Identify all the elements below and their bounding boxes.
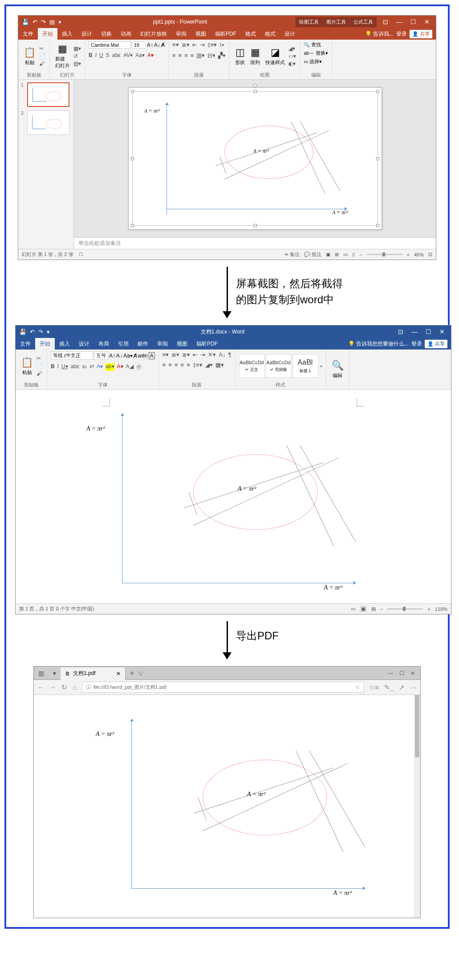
- zoom-in-icon[interactable]: +: [427, 606, 430, 612]
- bold-button[interactable]: B: [51, 363, 55, 371]
- tab-home[interactable]: 开始: [38, 28, 57, 40]
- char-shading-icon[interactable]: A◢: [126, 363, 134, 371]
- read-mode-icon[interactable]: ▭: [351, 606, 355, 612]
- italic-button[interactable]: I: [57, 363, 59, 371]
- forward-button[interactable]: →: [49, 683, 56, 691]
- paste-button[interactable]: 📋粘贴: [22, 46, 37, 67]
- pdf-viewer[interactable]: A = πr² A = πr² A = πr²: [34, 695, 420, 918]
- tab-foxit[interactable]: 福昕PDF: [192, 338, 222, 350]
- grow-font-icon[interactable]: A↑: [109, 353, 115, 359]
- tab-preview-icon[interactable]: ▾: [49, 670, 61, 677]
- share-icon[interactable]: ↗: [399, 683, 405, 691]
- login-link[interactable]: 登录: [411, 340, 422, 348]
- maximize-icon[interactable]: ☐: [399, 670, 404, 676]
- paste-button[interactable]: 📋粘贴: [19, 356, 35, 377]
- clear-format-icon[interactable]: A̸: [161, 42, 165, 48]
- align-center-icon[interactable]: ≡: [168, 362, 172, 368]
- outdent-icon[interactable]: ⇤: [192, 41, 197, 49]
- replace-button[interactable]: ab↔ 替换▾: [304, 50, 328, 57]
- scrollbar[interactable]: [414, 695, 420, 918]
- resize-handle[interactable]: [376, 224, 379, 227]
- smartart-icon[interactable]: ▞▾: [218, 52, 226, 59]
- zoom-out-icon[interactable]: −: [359, 252, 362, 257]
- tab-references[interactable]: 引用: [114, 338, 133, 350]
- columns-icon[interactable]: ▥▾: [196, 52, 205, 59]
- numbering-icon[interactable]: ≣▾: [171, 351, 179, 358]
- maximize-icon[interactable]: ☐: [410, 18, 416, 25]
- pasted-image[interactable]: A = πr² A = πr² A = πr²: [73, 405, 376, 601]
- justify-icon[interactable]: ≡: [181, 362, 184, 368]
- font-size-input[interactable]: 五号: [94, 351, 108, 360]
- resize-handle[interactable]: [254, 224, 257, 227]
- minimize-icon[interactable]: —: [411, 328, 418, 335]
- tab-file[interactable]: 文件: [18, 28, 38, 40]
- editing-button[interactable]: 🔍编辑: [330, 359, 345, 380]
- new-tab-button[interactable]: +: [126, 669, 138, 677]
- tab-file[interactable]: 文件: [16, 338, 35, 350]
- superscript-button[interactable]: x²: [89, 363, 94, 371]
- font-color-button[interactable]: A▾: [147, 52, 154, 58]
- zoom-slider[interactable]: [387, 608, 423, 610]
- underline-button[interactable]: U▾: [61, 363, 68, 371]
- notes-toggle[interactable]: ≐ 备注: [284, 251, 300, 258]
- undo-icon[interactable]: ↶: [30, 329, 35, 335]
- indent-icon[interactable]: ⇥: [200, 41, 205, 49]
- align-text-icon[interactable]: ⊟▾: [207, 52, 215, 59]
- sort-icon[interactable]: A↓: [219, 351, 225, 358]
- resize-handle[interactable]: [254, 90, 257, 93]
- tab-view[interactable]: 视图: [191, 28, 211, 40]
- strike-button[interactable]: abє: [112, 52, 121, 58]
- picture-tools-tab[interactable]: 图片工具: [322, 17, 349, 27]
- resize-handle[interactable]: [376, 157, 379, 160]
- shape-effects-icon[interactable]: ◐▾: [288, 61, 296, 67]
- browser-tab[interactable]: 🗎 文档1.pdf ✕: [61, 667, 126, 680]
- redo-icon[interactable]: ↷: [41, 19, 46, 25]
- line-spacing-icon[interactable]: ‡≡▾: [193, 362, 203, 368]
- layout-icon[interactable]: ▦▾: [73, 45, 81, 52]
- quick-styles-button[interactable]: ◪快速样式: [264, 46, 287, 67]
- tab-home[interactable]: 开始: [35, 338, 55, 350]
- normal-view-icon[interactable]: ▣: [326, 252, 330, 257]
- slide-canvas[interactable]: A = πr² A = πr² A = πr²: [128, 87, 382, 230]
- subscript-button[interactable]: x₂: [82, 363, 87, 371]
- align-right-icon[interactable]: ≡: [184, 52, 188, 59]
- word-document-area[interactable]: A = πr² A = πr² A = πr²: [16, 390, 451, 603]
- favorite-icon[interactable]: ☆: [355, 684, 360, 690]
- align-left-icon[interactable]: ≡: [162, 362, 166, 368]
- font-color-button[interactable]: A▾: [117, 363, 123, 371]
- print-layout-icon[interactable]: ▣: [360, 606, 367, 612]
- tab-mailings[interactable]: 邮件: [133, 338, 153, 350]
- tab-format1[interactable]: 格式: [241, 28, 260, 40]
- tell-me[interactable]: 💡 告诉我...: [365, 30, 394, 38]
- select-button[interactable]: ▭ 选择▾: [304, 58, 328, 65]
- zoom-slider[interactable]: [367, 254, 402, 255]
- bullets-icon[interactable]: ≡▾: [172, 41, 179, 49]
- multilevel-icon[interactable]: ≣▾: [182, 351, 190, 358]
- grow-font-icon[interactable]: A↑: [147, 42, 153, 48]
- clear-format-icon[interactable]: A̸: [134, 353, 137, 359]
- tab-insert[interactable]: 插入: [55, 338, 74, 350]
- minimize-icon[interactable]: —: [388, 670, 393, 676]
- tab-transitions[interactable]: 切换: [97, 28, 116, 40]
- tab-slideshow[interactable]: 幻灯片放映: [136, 28, 171, 40]
- tab-tools-icon[interactable]: ⋁: [138, 670, 143, 676]
- tabs-aside-icon[interactable]: ▥: [34, 670, 49, 677]
- info-icon[interactable]: ⓘ: [86, 684, 91, 691]
- line-spacing-icon[interactable]: ‡≡▾: [207, 41, 217, 49]
- resize-handle[interactable]: [131, 90, 134, 93]
- bold-button[interactable]: B: [89, 52, 93, 58]
- more-icon[interactable]: ⋯: [410, 683, 417, 691]
- undo-icon[interactable]: ↶: [32, 19, 37, 25]
- asian-layout-icon[interactable]: ✕▾: [208, 351, 216, 358]
- maximize-icon[interactable]: ☐: [426, 328, 431, 335]
- indent-icon[interactable]: ⇥: [200, 351, 205, 358]
- underline-button[interactable]: U: [99, 52, 103, 58]
- tab-eqdesign[interactable]: 设计: [280, 28, 300, 40]
- tab-animations[interactable]: 动画: [116, 28, 136, 40]
- border-char-icon[interactable]: A: [149, 352, 155, 359]
- cut-icon[interactable]: ✂: [39, 45, 46, 52]
- equation-tools-tab[interactable]: 公式工具: [349, 17, 377, 27]
- case-button[interactable]: Aa▾: [123, 353, 133, 359]
- highlight-button[interactable]: ab▾: [106, 363, 114, 371]
- save-icon[interactable]: 💾: [22, 19, 29, 25]
